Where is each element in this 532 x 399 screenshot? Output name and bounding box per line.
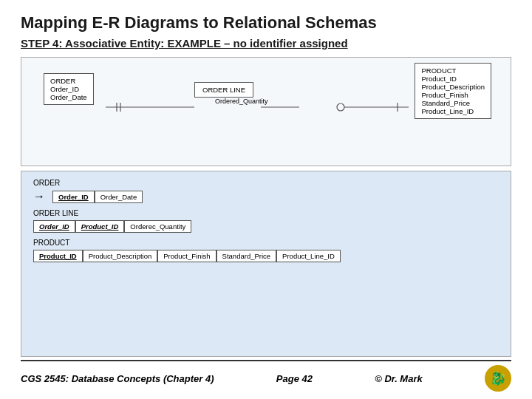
rel-product-desc: Product_Description: [83, 250, 158, 262]
er-order-entity: ORDER Order_ID Order_Date: [44, 73, 94, 105]
er-product-attr-line: Product_Line_ID: [421, 107, 485, 115]
footer: CGS 2545: Database Concepts (Chapter 4) …: [21, 360, 511, 392]
er-order-title: ORDER: [50, 77, 87, 85]
rel-order-group: ORDER → Order_ID Order_Date: [33, 179, 499, 203]
footer-logo: 🐉: [485, 365, 511, 392]
svg-point-4: [337, 103, 344, 111]
rel-orderline-orderid: Order_ID: [33, 220, 75, 233]
rel-order-row: Order_ID Order_Date: [52, 191, 143, 203]
rel-order-row-wrap: → Order_ID Order_Date: [33, 190, 499, 203]
er-product-attr-id: Product_ID: [421, 75, 485, 83]
relational-diagram: ORDER → Order_ID Order_Date ORDER LINE O…: [21, 171, 511, 357]
diagrams-area: ORDER Order_ID Order_Date ORDER LINE Ord…: [21, 57, 511, 357]
rel-orderline-productid: Product_ID: [75, 220, 125, 233]
rel-product-group: PRODUCT Product_ID Product_Description P…: [33, 239, 499, 262]
rel-product-lineid: Product_Line_ID: [276, 250, 341, 262]
page-title: Mapping E-R Diagrams to Relational Schem…: [21, 13, 511, 33]
er-product-attr-finish: Product_Finish: [421, 91, 485, 99]
rel-product-finish: Product_Finish: [157, 250, 216, 262]
rel-order-date: Order_Date: [95, 191, 143, 203]
er-diagram: ORDER Order_ID Order_Date ORDER LINE Ord…: [21, 57, 511, 166]
rel-product-label: PRODUCT: [33, 239, 499, 247]
er-diagram-wrap: ORDER Order_ID Order_Date ORDER LINE Ord…: [32, 57, 500, 166]
rel-orderline-group: ORDER LINE Order_ID Product_ID Orderec_Q…: [33, 209, 499, 233]
footer-right: © Dr. Mark: [375, 373, 423, 384]
rel-product-row: Product_ID Product_Description Product_F…: [33, 250, 499, 262]
rel-orderline-row: Order_ID Product_ID Orderec_Quantity: [33, 220, 499, 233]
er-product-attr-desc: Product_Description: [421, 83, 485, 91]
rel-order-id: Order_ID: [52, 191, 95, 203]
er-product-title: PRODUCT: [421, 66, 485, 75]
rel-order-label: ORDER: [33, 179, 499, 187]
rel-orderline-label: ORDER LINE: [33, 209, 499, 217]
rel-orderline-qty: Orderec_Quantity: [124, 220, 191, 233]
footer-center: Page 42: [276, 373, 313, 384]
rel-product-id: Product_ID: [33, 250, 83, 262]
er-ordered-qty-label: Ordered_Quantity: [215, 98, 268, 105]
er-orderline-title: ORDER LINE: [202, 86, 245, 94]
er-orderline-entity: ORDER LINE: [194, 82, 253, 98]
er-order-attr-id: Order_ID: [50, 85, 87, 93]
rel-product-price: Standard_Price: [216, 250, 276, 262]
rel-order-arrow: →: [33, 190, 45, 203]
er-product-attr-price: Standard_Price: [421, 99, 485, 107]
footer-left: CGS 2545: Database Concepts (Chapter 4): [21, 373, 214, 384]
er-order-attr-date: Order_Date: [50, 93, 87, 101]
er-product-entity: PRODUCT Product_ID Product_Description P…: [415, 63, 491, 119]
page: Mapping E-R Diagrams to Relational Schem…: [0, 0, 532, 399]
step-subtitle: STEP 4: Associative Entity: EXAMPLE – no…: [21, 37, 511, 50]
